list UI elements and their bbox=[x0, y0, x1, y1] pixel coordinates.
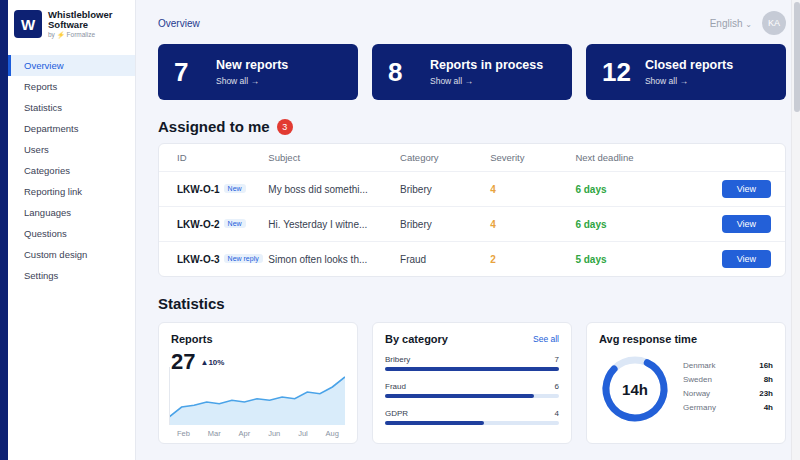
stat-card-closed-reports[interactable]: 12 Closed reports Show all → bbox=[586, 44, 786, 100]
stat-cards-row: 7 New reports Show all → 8 Reports in pr… bbox=[158, 44, 786, 100]
trend-value: 10% bbox=[208, 358, 224, 367]
view-button[interactable]: View bbox=[722, 215, 771, 233]
sidebar-item-users[interactable]: Users bbox=[8, 139, 135, 160]
app-name-line2: Software bbox=[48, 20, 112, 30]
deadline-value: 5 days bbox=[575, 254, 606, 265]
top-bar: Overview English ⌄ KA bbox=[158, 10, 786, 36]
show-all-link[interactable]: Show all → bbox=[430, 76, 543, 86]
sidebar-item-custom-design[interactable]: Custom design bbox=[8, 244, 135, 265]
report-subject: Simon often looks th... bbox=[268, 242, 400, 277]
sidebar-item-departments[interactable]: Departments bbox=[8, 118, 135, 139]
new-badge: New bbox=[224, 219, 246, 228]
stat-card-reports-in-process[interactable]: 8 Reports in process Show all → bbox=[372, 44, 572, 100]
statistics-cards-row: Reports 27 ▲10% Feb Mar Apr Jun Jul Aug bbox=[158, 322, 786, 444]
vertical-scrollbar[interactable] bbox=[791, 0, 800, 460]
view-button[interactable]: View bbox=[722, 180, 771, 198]
table-row[interactable]: LKW-O-2New Hi. Yesterday I witne... Brib… bbox=[159, 207, 785, 242]
avg-response-donut: 14h bbox=[599, 353, 671, 425]
col-header-severity: Severity bbox=[490, 144, 575, 172]
table-row[interactable]: LKW-O-3New reply Simon often looks th...… bbox=[159, 242, 785, 277]
logo-text: Whistleblower Software by ⚡ Formalize bbox=[48, 10, 112, 39]
show-all-link[interactable]: Show all → bbox=[645, 76, 733, 86]
avg-response-body: 14h Denmark 16h Sweden 8h Norway bbox=[599, 353, 773, 425]
stat-value: 7 bbox=[174, 57, 202, 88]
reports-total-row: 27 ▲10% bbox=[171, 349, 345, 375]
report-id: LKW-O-1 bbox=[177, 184, 220, 195]
x-tick: Mar bbox=[208, 429, 221, 438]
legend-row: Norway 23h bbox=[683, 389, 773, 398]
language-label: English bbox=[710, 18, 743, 29]
legend-value: 23h bbox=[759, 389, 773, 398]
bar-value: 6 bbox=[555, 382, 559, 391]
x-tick: Aug bbox=[326, 429, 339, 438]
sidebar-item-languages[interactable]: Languages bbox=[8, 202, 135, 223]
see-all-link[interactable]: See all bbox=[533, 334, 559, 344]
by-category-head: By category See all bbox=[385, 333, 559, 345]
report-category: Bribery bbox=[400, 207, 490, 242]
bar-value: 7 bbox=[555, 355, 559, 364]
by-category-title: By category bbox=[385, 333, 448, 345]
severity-value: 4 bbox=[490, 184, 496, 195]
sidebar: W Whistleblower Software by ⚡ Formalize … bbox=[8, 0, 136, 460]
legend-value: 8h bbox=[764, 375, 773, 384]
legend-row: Denmark 16h bbox=[683, 361, 773, 370]
sidebar-item-overview[interactable]: Overview bbox=[8, 55, 135, 76]
sidebar-item-settings[interactable]: Settings bbox=[8, 265, 135, 286]
app-window: W Whistleblower Software by ⚡ Formalize … bbox=[0, 0, 800, 460]
scrollbar-thumb[interactable] bbox=[794, 2, 800, 112]
bar-row-fraud: Fraud 6 bbox=[385, 382, 559, 398]
table-row[interactable]: LKW-O-1New My boss did somethi... Briber… bbox=[159, 172, 785, 207]
new-reply-badge: New reply bbox=[224, 254, 263, 263]
sidebar-item-questions[interactable]: Questions bbox=[8, 223, 135, 244]
deadline-value: 6 days bbox=[575, 184, 606, 195]
assigned-count-badge: 3 bbox=[277, 119, 293, 135]
legend-name: Germany bbox=[683, 403, 716, 412]
view-button[interactable]: View bbox=[722, 250, 771, 268]
sidebar-item-categories[interactable]: Categories bbox=[8, 160, 135, 181]
avatar[interactable]: KA bbox=[762, 11, 786, 35]
bar-track bbox=[385, 394, 559, 398]
bar-fill bbox=[385, 394, 534, 398]
severity-value: 2 bbox=[490, 254, 496, 265]
bar-label: Fraud bbox=[385, 382, 406, 391]
by-category-card: By category See all Bribery 7 Fraud bbox=[372, 322, 572, 444]
category-bars: Bribery 7 Fraud 6 GDPR bbox=[385, 355, 559, 425]
col-header-subject: Subject bbox=[268, 144, 400, 172]
avg-response-legend: Denmark 16h Sweden 8h Norway 23h Germa bbox=[683, 361, 773, 417]
show-all-link[interactable]: Show all → bbox=[216, 76, 288, 86]
sidebar-item-reporting-link[interactable]: Reporting link bbox=[8, 181, 135, 202]
reports-x-axis-labels: Feb Mar Apr Jun Jul Aug bbox=[169, 429, 347, 438]
chevron-down-icon: ⌄ bbox=[745, 20, 752, 29]
topbar-right: English ⌄ KA bbox=[710, 11, 786, 35]
bar-track bbox=[385, 367, 559, 371]
stat-card-new-reports[interactable]: 7 New reports Show all → bbox=[158, 44, 358, 100]
col-header-action bbox=[706, 144, 785, 172]
report-id: LKW-O-2 bbox=[177, 219, 220, 230]
report-category: Bribery bbox=[400, 172, 490, 207]
legend-name: Norway bbox=[683, 389, 710, 398]
legend-row: Germany 4h bbox=[683, 403, 773, 412]
bar-fill bbox=[385, 367, 559, 371]
assigned-title: Assigned to me bbox=[158, 118, 270, 135]
breadcrumb: Overview bbox=[158, 18, 200, 29]
severity-value: 4 bbox=[490, 219, 496, 230]
report-subject: My boss did somethi... bbox=[268, 172, 400, 207]
legend-value: 4h bbox=[764, 403, 773, 412]
x-tick: Feb bbox=[177, 429, 190, 438]
legend-row: Sweden 8h bbox=[683, 375, 773, 384]
bar-row-gdpr: GDPR 4 bbox=[385, 409, 559, 425]
assigned-table: ID Subject Category Severity Next deadli… bbox=[159, 144, 785, 276]
bar-track bbox=[385, 421, 559, 425]
report-category: Fraud bbox=[400, 242, 490, 277]
avg-response-title: Avg response time bbox=[599, 333, 773, 345]
x-tick: Jun bbox=[268, 429, 280, 438]
sidebar-item-reports[interactable]: Reports bbox=[8, 76, 135, 97]
reports-chart-card: Reports 27 ▲10% Feb Mar Apr Jun Jul Aug bbox=[158, 322, 358, 444]
bar-row-bribery: Bribery 7 bbox=[385, 355, 559, 371]
main-content: Overview English ⌄ KA 7 New reports Show… bbox=[136, 0, 800, 460]
stat-title: Reports in process bbox=[430, 58, 543, 72]
donut-center-label: 14h bbox=[599, 353, 671, 425]
sidebar-item-statistics[interactable]: Statistics bbox=[8, 97, 135, 118]
statistics-section-head: Statistics bbox=[158, 295, 786, 312]
language-selector[interactable]: English ⌄ bbox=[710, 18, 752, 29]
